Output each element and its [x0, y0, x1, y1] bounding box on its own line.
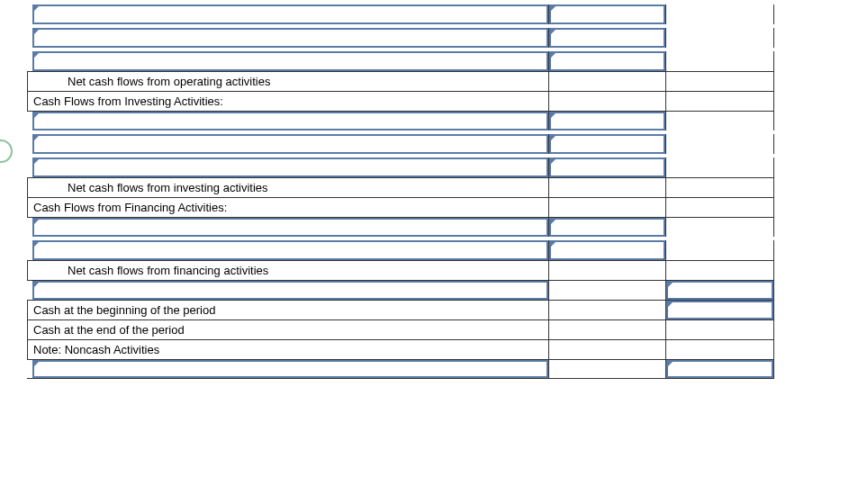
fin-header-mid: [549, 198, 665, 217]
net-change-last[interactable]: [666, 281, 773, 300]
inv-header-label: Cash Flows from Investing Activities:: [27, 92, 549, 111]
op-line-1-mid[interactable]: [549, 4, 665, 24]
inv-subtotal-mid: [549, 178, 665, 197]
fin-line-2-mid[interactable]: [549, 240, 665, 260]
op-line-1-last: [666, 4, 773, 24]
inv-line-2-mid[interactable]: [549, 134, 665, 154]
inv-line-2-last: [666, 134, 773, 154]
cash-begin-mid: [549, 301, 665, 320]
op-line-3-mid[interactable]: [549, 51, 665, 71]
fin-line-1-desc[interactable]: [32, 218, 548, 237]
fin-header-last: [666, 198, 773, 217]
cash-end-label: Cash at the end of the period: [27, 320, 549, 339]
inv-line-1-desc[interactable]: [32, 112, 548, 130]
op-line-3-last: [666, 51, 773, 71]
fin-line-1-last: [666, 218, 773, 237]
fin-line-1-mid[interactable]: [549, 218, 665, 237]
cash-end-mid: [549, 320, 665, 339]
inv-header-mid: [549, 92, 665, 111]
fin-subtotal-label: Net cash flows from financing activities: [27, 261, 549, 280]
op-line-3-desc[interactable]: [32, 51, 548, 71]
inv-line-3-mid[interactable]: [549, 158, 665, 177]
noncash-last: [666, 340, 773, 359]
op-line-2-mid[interactable]: [549, 28, 665, 48]
inv-line-2-desc[interactable]: [32, 134, 548, 154]
net-change-desc[interactable]: [32, 281, 548, 300]
cashflow-table: Net cash flows from operating activities…: [27, 4, 774, 379]
inv-subtotal-last: [666, 178, 773, 197]
cash-end-last: [666, 320, 773, 339]
fin-header-label: Cash Flows from Financing Activities:: [27, 198, 549, 217]
noncash-line-last[interactable]: [666, 360, 773, 378]
op-subtotal-label: Net cash flows from operating activities: [27, 72, 549, 91]
cash-begin-last[interactable]: [666, 301, 773, 320]
side-badge: [0, 140, 13, 163]
fin-line-2-last: [666, 240, 773, 260]
inv-line-1-last: [666, 112, 773, 130]
noncash-label: Note: Noncash Activities: [27, 340, 549, 359]
op-subtotal-mid: [549, 72, 665, 91]
noncash-line-mid: [549, 360, 665, 378]
noncash-line-desc[interactable]: [32, 360, 548, 378]
op-line-2-last: [666, 28, 773, 48]
inv-line-3-desc[interactable]: [32, 158, 548, 177]
inv-subtotal-label: Net cash flows from investing activities: [27, 178, 549, 197]
op-line-2-desc[interactable]: [32, 28, 548, 48]
net-change-mid: [549, 281, 665, 300]
op-subtotal-last: [666, 72, 773, 91]
inv-line-1-mid[interactable]: [549, 112, 665, 130]
fin-line-2-desc[interactable]: [32, 240, 548, 260]
fin-subtotal-mid: [549, 261, 665, 280]
inv-line-3-last: [666, 158, 773, 177]
op-line-1-desc[interactable]: [32, 4, 548, 24]
cash-begin-label: Cash at the beginning of the period: [27, 301, 549, 320]
fin-subtotal-last: [666, 261, 773, 280]
noncash-mid: [549, 340, 665, 359]
inv-header-last: [666, 92, 773, 111]
